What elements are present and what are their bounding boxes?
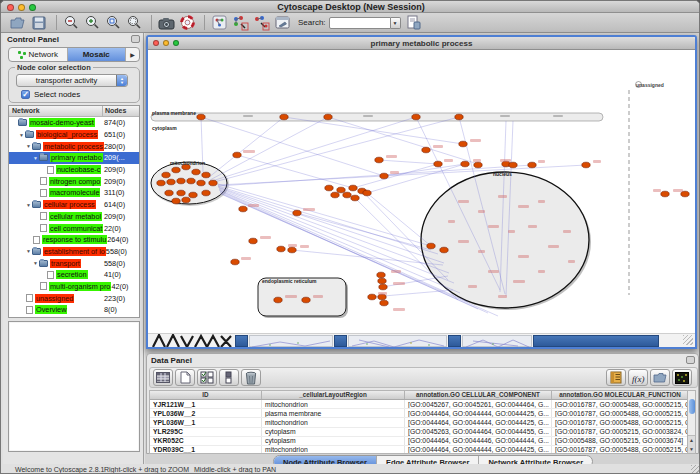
tree-row[interactable]: nucleobase-c209(0) (9, 164, 139, 176)
save-icon[interactable] (30, 14, 48, 31)
zoom-selected-icon[interactable] (104, 14, 122, 31)
tree-row-node-count: 874(0) (104, 118, 139, 127)
tree-row[interactable]: ▼metabolic process280(0) (9, 140, 139, 152)
network-view-window[interactable]: primary metabolic process plasma membran… (146, 35, 697, 349)
tree-expand-icon[interactable]: ▼ (32, 155, 39, 161)
background-sketch-2 (348, 335, 447, 347)
import-attributes-folder-icon[interactable] (650, 369, 670, 386)
tree-row[interactable]: ▼cellular process614(0) (9, 199, 139, 211)
tree-row[interactable]: mosaic-demo-yeast874(0) (9, 117, 139, 129)
tree-column-network[interactable]: Network (9, 106, 103, 116)
tree-row[interactable]: secretion41(0) (9, 269, 139, 281)
tree-expand-icon[interactable]: ▼ (25, 202, 32, 208)
tree-row[interactable]: unassigned223(0) (9, 292, 139, 304)
attribute-matrix-icon[interactable] (672, 369, 692, 386)
expand-network-icon[interactable] (231, 14, 249, 31)
attribute-grid-icon[interactable] (153, 369, 173, 386)
graph-node (202, 190, 210, 196)
attribute-batch-icon[interactable] (606, 369, 626, 386)
table-cell: YDR039C__1 (150, 446, 262, 454)
node-label-decoration (538, 200, 545, 203)
tree-row[interactable]: multi-organism pro42(0) (9, 281, 139, 293)
network-canvas[interactable]: plasma membrane cytoplasm mitochondrion … (148, 50, 695, 336)
tree-row-node-count: 209(0) (104, 212, 139, 221)
table-cell: [GO:0044464, GO:0044444, GO:0044425, G..… (405, 418, 552, 426)
tree-expand-icon[interactable]: ▼ (25, 143, 32, 149)
tree-row[interactable]: ▼primary metabo209(... (9, 152, 139, 164)
scrollbar-arrows[interactable]: ▲▼ (688, 435, 695, 453)
tree-row[interactable]: nitrogen compo209(0) (9, 175, 139, 187)
zoom-out-icon[interactable] (62, 14, 80, 31)
table-scrollbar[interactable]: ▲▼ (687, 390, 696, 454)
tree-row-label: cellular metabol (49, 212, 102, 221)
tree-row[interactable]: ▼transport558(0) (9, 257, 139, 269)
search-input[interactable] (329, 17, 391, 29)
tab-network[interactable]: Network (9, 48, 68, 61)
help-lifesaver-icon[interactable] (178, 14, 196, 31)
zoom-fit-icon[interactable] (125, 14, 143, 31)
table-row[interactable]: YPL036W__2plasma membrane[GO:0044464, GO… (150, 409, 689, 418)
table-column-header[interactable]: annotation.GO CELLULAR_COMPONENT (405, 391, 552, 399)
file-icon (40, 212, 47, 220)
table-row[interactable]: YDR039C__1mitochondrion[GO:0044464, GO:0… (150, 446, 689, 454)
annotation-icon[interactable] (273, 14, 291, 31)
app-resize-grip[interactable] (691, 465, 700, 474)
tree-row[interactable]: ▼biological_process651(0) (9, 129, 139, 141)
open-file-icon[interactable] (9, 14, 27, 31)
tree-row[interactable]: cell communicat22(0) (9, 222, 139, 234)
node-color-dropdown[interactable]: transporter activity ▲▼ (16, 74, 128, 87)
formula-icon[interactable]: f(x) (628, 369, 648, 386)
table-column-header[interactable]: ID (150, 391, 262, 399)
tree-row-label: biological_process (36, 130, 98, 139)
title-bar[interactable]: Cytoscape Desktop (New Session) (1, 1, 700, 13)
graph-node (434, 161, 442, 167)
graph-node (422, 147, 430, 153)
graph-node (162, 172, 170, 178)
tree-row[interactable]: Overview8(0) (9, 304, 139, 316)
search-dropdown-arrow[interactable]: ▼ (391, 17, 401, 29)
graph-node (209, 180, 217, 186)
tree-expand-icon[interactable]: ▼ (18, 132, 25, 138)
table-row[interactable]: YLR295Ccytoplasm[GO:0045263, GO:0044464,… (150, 428, 689, 437)
tree-row-label: nitrogen compo (49, 177, 101, 186)
graph-node (157, 180, 165, 186)
graph-node (274, 297, 282, 303)
tree-expand-icon[interactable]: ▼ (32, 260, 39, 266)
status-welcome: Welcome to Cytoscape 2.8.1 (15, 466, 104, 473)
copy-network-icon[interactable] (252, 14, 270, 31)
import-network-icon[interactable] (405, 14, 423, 31)
network-graph[interactable] (148, 50, 695, 336)
table-column-header[interactable]: annotation.GO MOLECULAR_FUNCTION (552, 391, 689, 399)
tree-row[interactable]: ▼establishment of lo558(0) (9, 246, 139, 258)
network-window-titlebar[interactable]: primary metabolic process (148, 37, 695, 50)
node-label-decoration (473, 159, 481, 162)
background-node-2 (334, 335, 347, 347)
tab-overflow-arrow[interactable]: ▶ (126, 48, 139, 61)
delete-attribute-trash-icon[interactable] (241, 369, 261, 386)
attribute-table[interactable]: ID_cellularLayoutRegionannotation.GO CEL… (149, 390, 690, 454)
tree-column-nodes[interactable]: Nodes (103, 106, 139, 116)
tree-row[interactable]: cellular metabol209(0) (9, 211, 139, 223)
tree-row-node-count: 41(0) (104, 270, 139, 279)
tab-mosaic[interactable]: Mosaic (68, 48, 127, 61)
table-column-header[interactable]: _cellularLayoutRegion (262, 391, 405, 399)
tree-row[interactable]: macromolecule311(0) (9, 187, 139, 199)
network-window-resize-grip[interactable] (683, 335, 693, 345)
table-row[interactable]: YKR052Ccytoplasm[GO:0044464, GO:0044446,… (150, 437, 689, 446)
select-nodes-checkbox[interactable]: ✓ (21, 90, 30, 99)
table-cell: [GO:0005488, GO:0005215, GO:0003674] (552, 437, 689, 445)
float-data-panel-icon[interactable] (686, 356, 695, 364)
snapshot-camera-icon[interactable] (157, 14, 175, 31)
scrollbar-thumb[interactable] (689, 399, 695, 414)
float-panel-icon[interactable] (131, 35, 140, 43)
new-attribute-icon[interactable] (175, 369, 195, 386)
zoom-in-icon[interactable] (83, 14, 101, 31)
tree-expand-icon[interactable]: ▼ (25, 248, 32, 254)
table-row[interactable]: YPL036W__1mitochondrion[GO:0044464, GO:0… (150, 418, 689, 427)
table-row[interactable]: YJR121W__1mitochondrion[GO:0045267, GO:0… (150, 400, 689, 409)
tree-row[interactable]: response to stimulu264(0) (9, 234, 139, 246)
birdseye-view-panel[interactable] (8, 321, 140, 452)
new-network-icon[interactable] (210, 14, 228, 31)
select-attributes-icon[interactable] (197, 369, 217, 386)
unselect-attributes-icon[interactable] (219, 369, 239, 386)
